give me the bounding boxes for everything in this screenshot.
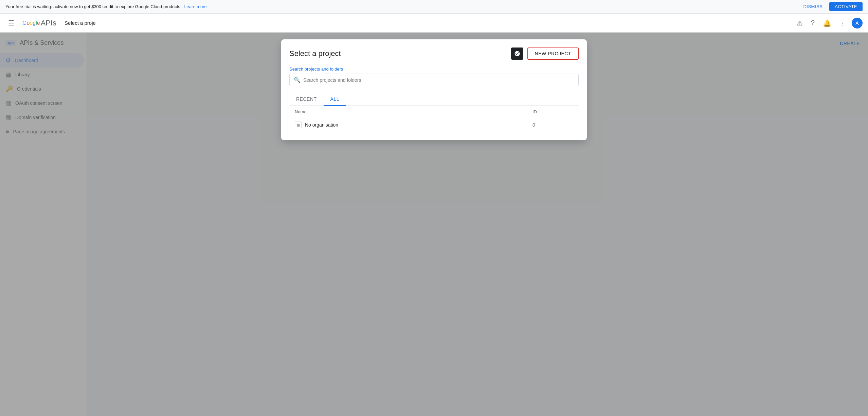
help-icon[interactable]: ? bbox=[808, 16, 817, 30]
table-row[interactable]: ▦ No organisation 0 bbox=[289, 118, 579, 132]
top-banner: Your free trial is waiting: activate now… bbox=[0, 0, 868, 14]
project-selector[interactable]: Select a proje bbox=[62, 19, 98, 27]
logo-google: Google bbox=[22, 20, 40, 26]
logo-apis: APIs bbox=[41, 19, 56, 27]
tabs: RECENT ALL bbox=[289, 93, 579, 106]
search-label: Search projects and folders bbox=[289, 67, 579, 72]
dismiss-button[interactable]: DISMISS bbox=[799, 2, 827, 11]
modal-header: Select a project NEW PROJECT bbox=[289, 48, 579, 60]
avatar[interactable]: A bbox=[852, 18, 863, 29]
banner-message: Your free trial is waiting: activate now… bbox=[5, 4, 181, 9]
banner-actions: DISMISS ACTIVATE bbox=[799, 2, 863, 11]
search-icon: 🔍 bbox=[294, 77, 301, 83]
row-name-text: No organisation bbox=[305, 122, 338, 128]
modal-title: Select a project bbox=[289, 49, 341, 58]
modal-settings-icon[interactable] bbox=[511, 48, 523, 60]
modal-actions: NEW PROJECT bbox=[511, 48, 579, 60]
modal-overlay[interactable]: Select a project NEW PROJECT Search proj… bbox=[0, 33, 868, 416]
search-box: 🔍 bbox=[289, 74, 579, 86]
more-vert-icon[interactable]: ⋮ bbox=[837, 16, 849, 30]
select-project-modal: Select a project NEW PROJECT Search proj… bbox=[281, 39, 587, 140]
col-name-header: Name bbox=[295, 109, 532, 114]
learn-more-link[interactable]: Learn more bbox=[184, 4, 206, 9]
header-right: ⚠ ? 🔔 ⋮ A bbox=[794, 16, 863, 30]
org-icon: ▦ bbox=[295, 121, 302, 128]
tab-recent[interactable]: RECENT bbox=[289, 93, 324, 106]
search-input[interactable] bbox=[303, 77, 574, 83]
bell-icon[interactable]: 🔔 bbox=[820, 16, 834, 30]
row-id-text: 0 bbox=[532, 122, 573, 128]
col-id-header: ID bbox=[532, 109, 573, 114]
new-project-button[interactable]: NEW PROJECT bbox=[527, 48, 579, 60]
logo: Google APIs bbox=[22, 19, 56, 27]
table-header: Name ID bbox=[289, 106, 579, 118]
hamburger-menu[interactable]: ☰ bbox=[5, 16, 17, 30]
tab-all[interactable]: ALL bbox=[324, 93, 346, 106]
app-header: ☰ Google APIs Select a proje ⚠ ? 🔔 ⋮ A bbox=[0, 14, 868, 33]
activate-button[interactable]: ACTIVATE bbox=[829, 2, 863, 11]
warning-icon[interactable]: ⚠ bbox=[794, 16, 806, 30]
